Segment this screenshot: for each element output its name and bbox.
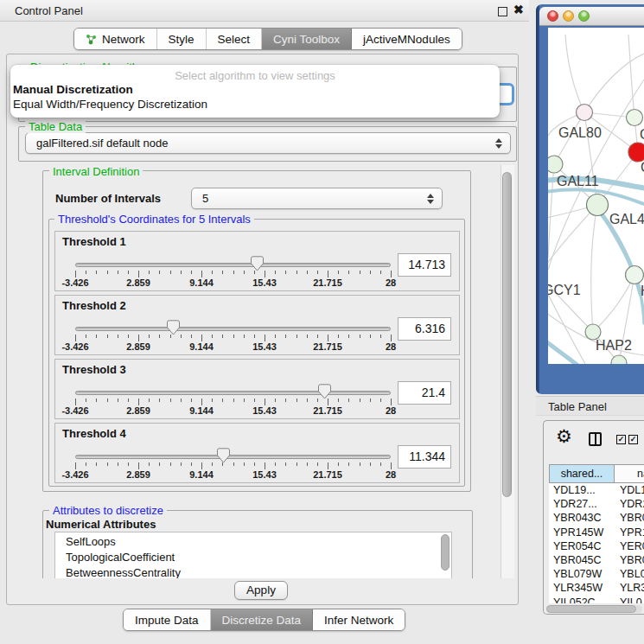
number-of-intervals-label: Number of Intervals (55, 192, 161, 205)
tab-jactivemnodules[interactable]: jActiveMNodules (352, 29, 462, 49)
tab-select[interactable]: Select (207, 29, 263, 49)
slider-scale-labels: -3.4262.8599.14415.4321.71528 (75, 469, 391, 480)
threshold-slider-track[interactable] (75, 455, 391, 459)
bottom-tab-bar: Impute Data Discretize Data Infer Networ… (123, 609, 405, 631)
threshold-label: Threshold 3 (62, 363, 126, 376)
network-node[interactable] (626, 266, 644, 284)
tab-cyni-toolbox[interactable]: Cyni Toolbox (262, 29, 352, 49)
table-data-title: Table Data (25, 120, 86, 133)
node-label: GAL11 (557, 174, 599, 188)
tab-infer-network[interactable]: Infer Network (313, 609, 405, 630)
table-row[interactable]: YLR345WYLR3 (549, 581, 644, 595)
table-data-combobox[interactable]: galFiltered.sif default node (25, 132, 511, 154)
table-row[interactable]: YPR145WYPR1 (549, 526, 644, 539)
checkbox-icon[interactable]: ✓ (628, 435, 638, 444)
network-node[interactable] (577, 105, 593, 121)
table-panel-titlebar: Table Panel (536, 396, 644, 416)
threshold-value-field[interactable]: 21.4 (398, 381, 451, 405)
node-label: HAP2 (596, 338, 632, 353)
attributes-group-title: Attributes to discretize (49, 504, 167, 517)
table-row[interactable]: YDR27...YDR2 (549, 497, 644, 511)
table-row[interactable]: YIL052CYIL0 (549, 596, 644, 603)
tab-network[interactable]: Network (74, 29, 157, 49)
table-row[interactable]: YDL19...YDL1 (549, 483, 644, 497)
number-of-intervals-combobox[interactable]: 5 (191, 188, 443, 209)
algorithm-dropdown-popup: Select algorithm to view settings Manual… (10, 65, 500, 118)
threshold-slider-handle[interactable] (251, 256, 264, 271)
settings-scroll-area: Interval Definition Number of Intervals … (12, 165, 500, 578)
threshold-panel: Threshold 2 -3.4262.8599.14415.4321.7152… (54, 295, 460, 355)
panel-title: Control Panel (15, 4, 83, 17)
list-item[interactable]: TopologicalCoefficient (55, 550, 451, 565)
cyni-toolbox-panel: Discretization Algorithm Table Data galF… (6, 54, 519, 605)
thresholds-group-title: Threshold's Coordinates for 5 Intervals (54, 213, 254, 226)
list-item[interactable]: BetweennessCentrality (55, 565, 451, 578)
threshold-value-field[interactable]: 14.713 (398, 253, 451, 277)
table-hscrollbar-track[interactable] (546, 605, 642, 613)
threshold-panel: Threshold 4 -3.4262.8599.14415.4321.7152… (54, 423, 460, 483)
table-row[interactable]: YBR043CYBR0 (549, 511, 644, 525)
table-panel-title: Table Panel (548, 400, 607, 413)
threshold-slider-handle[interactable] (318, 384, 331, 399)
split-pane-icon[interactable] (589, 432, 602, 446)
node-label: C (641, 160, 644, 175)
column-header-shared-name[interactable]: shared... (549, 464, 615, 483)
algorithm-option-manual[interactable]: Manual Discretization (10, 82, 500, 97)
table-row[interactable]: YER054CYER0 (549, 539, 644, 553)
threshold-slider-track[interactable] (75, 391, 391, 395)
slider-scale-labels: -3.4262.8599.14415.4321.71528 (75, 405, 391, 416)
minimize-traffic-light-icon[interactable] (563, 10, 574, 22)
node-label: H (641, 284, 644, 298)
node-label: GA (640, 127, 644, 142)
gear-icon[interactable]: ⚙ (556, 426, 572, 447)
network-node[interactable] (628, 143, 644, 162)
network-nodes (548, 105, 644, 365)
threshold-slider-track[interactable] (75, 327, 391, 331)
network-canvas[interactable]: GAL80GACGAL11GAL4GCY1HHAP2 (548, 28, 644, 364)
threshold-slider-handle[interactable] (217, 448, 230, 463)
settings-scrollbar-thumb[interactable] (502, 172, 512, 497)
table-row[interactable]: YBL079WYBL0 (549, 567, 644, 581)
threshold-slider-track[interactable] (75, 263, 391, 267)
list-item[interactable]: SelfLoops (55, 534, 451, 550)
checkbox-icon[interactable]: ✓ (616, 435, 626, 444)
network-window-titlebar[interactable] (539, 7, 644, 26)
node-label: GCY1 (548, 283, 581, 297)
float-window-icon[interactable] (498, 7, 507, 16)
combo-stepper-icon (427, 194, 434, 204)
network-node[interactable] (627, 110, 643, 126)
interval-definition-title: Interval Definition (49, 165, 143, 178)
threshold-label: Threshold 2 (62, 299, 126, 312)
apply-button[interactable]: Apply (234, 581, 288, 600)
tab-style[interactable]: Style (157, 29, 207, 49)
network-tab-icon (86, 34, 97, 45)
top-tab-bar: Network Style Select Cyni Toolbox jActiv… (73, 28, 462, 50)
table-hscrollbar-thumb[interactable] (546, 605, 636, 613)
close-traffic-light-icon[interactable] (547, 10, 558, 22)
column-header-name[interactable]: name (615, 464, 644, 483)
threshold-slider-handle[interactable] (167, 320, 180, 335)
threshold-label: Threshold 1 (62, 235, 126, 248)
table-panel-body: ⚙ ✓ ✓ shared... name YDL19...YDL1YDR27..… (543, 420, 644, 615)
table-row[interactable]: YBR045CYBR0 (549, 553, 644, 567)
threshold-panel: Threshold 3 -3.4262.8599.14415.4321.7152… (54, 359, 460, 419)
network-view-window[interactable]: GAL80GACGAL11GAL4GCY1HHAP2 (536, 4, 644, 394)
close-icon[interactable]: ✖ (513, 3, 524, 16)
network-node[interactable] (587, 194, 609, 216)
threshold-value-field[interactable]: 6.316 (398, 317, 451, 341)
tab-discretize-data[interactable]: Discretize Data (211, 609, 314, 630)
combo-stepper-icon (495, 138, 502, 149)
threshold-label: Threshold 4 (62, 427, 126, 440)
threshold-panel: Threshold 1 -3.4262.8599.14415.4321.7152… (54, 231, 460, 291)
list-scrollbar[interactable] (441, 534, 450, 576)
threshold-value-field[interactable]: 11.344 (398, 445, 451, 469)
algorithm-prompt: Select algorithm to view settings (10, 69, 500, 82)
zoom-traffic-light-icon[interactable] (578, 10, 590, 22)
tab-impute-data[interactable]: Impute Data (124, 609, 211, 630)
network-node[interactable] (548, 156, 563, 173)
algorithm-option-equal-width[interactable]: Equal Width/Frequency Discretization (10, 97, 500, 112)
numerical-attributes-list[interactable]: SelfLoopsTopologicalCoefficientBetweenne… (54, 532, 452, 578)
window-edge (536, 4, 539, 394)
node-label: GAL80 (558, 125, 602, 140)
node-table: shared... name YDL19...YDL1YDR27...YDR2Y… (549, 464, 644, 603)
